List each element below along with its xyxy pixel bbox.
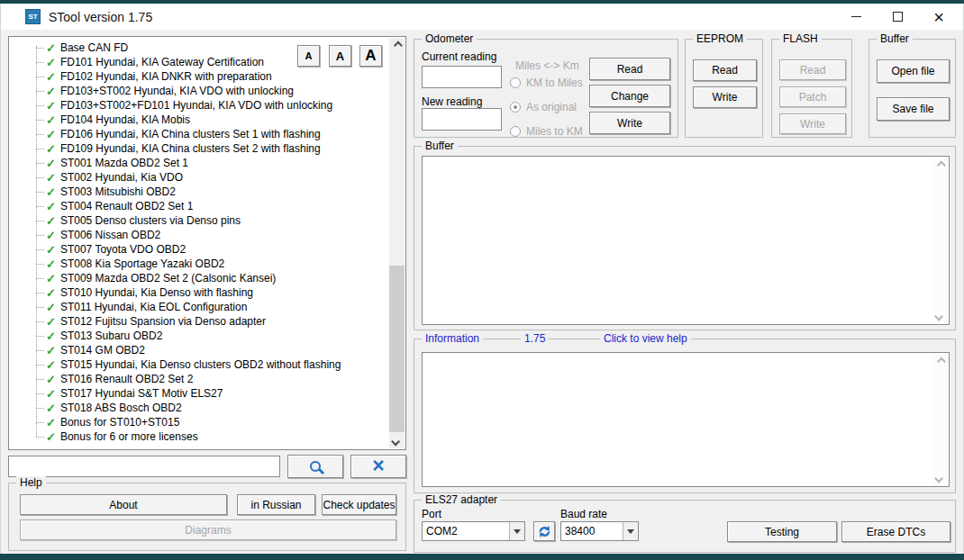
list-item[interactable]: ✓Bonus for 6 or more licenses: [9, 429, 389, 444]
odometer-write-button[interactable]: Write: [589, 112, 670, 134]
information-scrollbar[interactable]: [932, 354, 948, 485]
buffer-content: [425, 158, 931, 322]
list-item[interactable]: ✓ST016 Renault OBD2 Set 2: [9, 372, 389, 386]
radio-as-original[interactable]: As original: [510, 101, 577, 113]
list-item[interactable]: ✓ST001 Mazda OBD2 Set 1: [9, 156, 389, 170]
radio-label: As original: [526, 101, 577, 113]
baud-dropdown-button[interactable]: [623, 522, 638, 540]
tree-connector: [36, 379, 44, 380]
buffer-textarea[interactable]: [422, 156, 950, 325]
flash-patch-button[interactable]: Patch: [779, 86, 846, 107]
radio-miles-to-km[interactable]: Miles to KM: [510, 125, 583, 138]
baud-rate-value: 38400: [561, 525, 623, 537]
odometer-read-button[interactable]: Read: [589, 58, 670, 80]
scroll-up-arrow[interactable]: [932, 354, 948, 368]
list-item[interactable]: ✓FD104 Hyundai, KIA Mobis: [9, 113, 389, 127]
list-item[interactable]: ✓FD109 Hyundai, KIA China clusters Set 2…: [9, 141, 389, 156]
view-help-link[interactable]: Click to view help: [600, 332, 691, 345]
list-item[interactable]: ✓FD106 Hyundai, KIA China clusters Set 1…: [9, 127, 389, 141]
buffer-scrollbar[interactable]: [932, 158, 948, 323]
tree-connector: [36, 264, 44, 265]
baud-rate-select[interactable]: 38400: [560, 521, 639, 541]
scroll-down-arrow[interactable]: [389, 434, 405, 448]
font-size-medium-button[interactable]: A: [329, 45, 351, 67]
list-item[interactable]: ✓ST010 Hyundai, Kia Denso with flashing: [9, 285, 389, 300]
erase-dtcs-button[interactable]: Erase DTCs: [841, 521, 950, 542]
scroll-down-arrow[interactable]: [932, 471, 948, 485]
list-item[interactable]: ✓Bonus for ST010+ST015: [9, 415, 389, 429]
list-item[interactable]: ✓ST014 GM OBD2: [9, 343, 389, 357]
about-button[interactable]: About: [20, 494, 227, 515]
eeprom-write-button[interactable]: Write: [693, 86, 757, 108]
list-item[interactable]: ✓ST002 Hyundai, Kia VDO: [9, 170, 389, 185]
check-icon: ✓: [46, 417, 56, 429]
list-item[interactable]: ✓ST007 Toyota VDO OBD2: [9, 242, 389, 257]
flash-read-button[interactable]: Read: [779, 59, 846, 80]
scrollbar-thumb[interactable]: [389, 266, 405, 432]
diagrams-button[interactable]: Diagrams: [20, 519, 396, 540]
check-icon: ✓: [46, 100, 56, 112]
list-item[interactable]: ✓ST017 Hyundai S&T Motiv ELS27: [9, 386, 389, 401]
list-item[interactable]: ✓ST013 Subaru OBD2: [9, 329, 389, 343]
buffer-view-group: Buffer: [414, 146, 956, 330]
odometer-change-button[interactable]: Change: [589, 85, 670, 107]
list-item-label: ST003 Mitsubishi OBD2: [60, 185, 176, 198]
list-item[interactable]: ✓ST003 Mitsubishi OBD2: [9, 185, 389, 199]
list-item[interactable]: ✓ST004 Renault OBD2 Set 1: [9, 199, 389, 213]
list-item-label: Base CAN FD: [60, 41, 128, 54]
current-reading-label: Current reading: [422, 50, 496, 63]
odometer-group-title: Odometer: [422, 32, 477, 45]
radio-icon: [510, 126, 521, 137]
list-item[interactable]: ✓ST011 Hyundai, Kia EOL Configuration: [9, 300, 389, 314]
radio-km-to-miles[interactable]: KM to Miles: [510, 77, 583, 89]
tree-connector: [36, 321, 44, 322]
list-item[interactable]: ✓ST015 Hyundai, Kia Denso clusters OBD2 …: [9, 357, 389, 372]
close-icon: ×: [933, 8, 944, 26]
els27-group: ELS27 adapter Port COM2 Baud rate 38400 …: [414, 500, 956, 553]
list-item[interactable]: ✓FD103+ST002 Hyundai, KIA VDO with unloc…: [9, 84, 389, 98]
open-file-button[interactable]: Open file: [877, 59, 950, 83]
list-item[interactable]: ✓ST008 Kia Sportage Yazaki OBD2: [9, 257, 389, 271]
font-size-large-button[interactable]: A: [359, 45, 382, 67]
in-russian-button[interactable]: in Russian: [237, 494, 315, 515]
eeprom-read-button[interactable]: Read: [693, 59, 757, 81]
current-reading-input[interactable]: [422, 66, 502, 88]
list-item[interactable]: ✓ST005 Denso clusters via Denso pins: [9, 213, 389, 228]
minimize-button[interactable]: [835, 4, 877, 30]
search-input[interactable]: [8, 456, 280, 477]
new-reading-input[interactable]: [422, 108, 502, 131]
list-item[interactable]: ✓ST018 ABS Bosch OBD2: [9, 401, 389, 415]
information-textarea[interactable]: [422, 352, 950, 487]
version-label: 1.75: [521, 332, 549, 345]
port-dropdown-button[interactable]: [509, 522, 524, 540]
maximize-button[interactable]: [877, 4, 918, 30]
testing-button[interactable]: Testing: [727, 521, 837, 542]
port-select[interactable]: COM2: [422, 521, 525, 541]
list-item-label: ST011 Hyundai, Kia EOL Configuration: [60, 301, 247, 313]
save-file-button[interactable]: Save file: [877, 97, 950, 121]
list-item[interactable]: ✓ST012 Fujitsu Spansion via Denso adapte…: [9, 314, 389, 329]
port-label: Port: [422, 508, 441, 520]
clear-search-button[interactable]: ×: [350, 455, 406, 478]
check-icon: ✓: [46, 287, 56, 299]
search-button[interactable]: [287, 455, 343, 478]
check-updates-button[interactable]: Check updates: [322, 494, 396, 515]
flash-write-button[interactable]: Write: [779, 113, 846, 134]
close-button[interactable]: ×: [918, 4, 959, 30]
scroll-up-arrow[interactable]: [389, 38, 405, 52]
app-window: ST STool version 1.75 × ✓Base CAN FD✓FD1…: [0, 4, 964, 554]
refresh-ports-button[interactable]: [533, 521, 555, 541]
list-item[interactable]: ✓FD103+ST002+FD101 Hyundai, KIA VDO with…: [9, 98, 389, 113]
tree-connector: [36, 365, 44, 366]
list-scrollbar[interactable]: [389, 38, 405, 448]
list-item-label: FD109 Hyundai, KIA China clusters Set 2 …: [60, 142, 321, 155]
scroll-up-arrow[interactable]: [932, 158, 948, 172]
list-item-label: FD104 Hyundai, KIA Mobis: [60, 113, 190, 126]
app-icon: ST: [25, 9, 41, 24]
list-item[interactable]: ✓FD102 Hyundai, KIA DNKR with preparatio…: [9, 69, 389, 84]
list-item[interactable]: ✓ST006 Nissan OBD2: [9, 228, 389, 242]
list-item[interactable]: ✓ST009 Mazda OBD2 Set 2 (Calsonic Kansei…: [9, 271, 389, 285]
clear-icon: ×: [372, 456, 384, 476]
font-size-small-button[interactable]: A: [297, 45, 320, 67]
scroll-down-arrow[interactable]: [932, 309, 948, 323]
